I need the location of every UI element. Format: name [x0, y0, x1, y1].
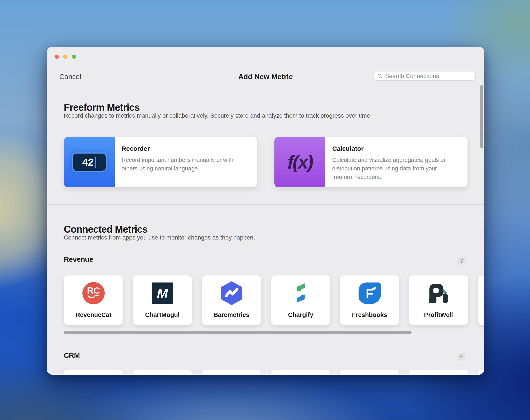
app-card-chargify[interactable]: Chargify: [271, 275, 330, 325]
app-card-partial[interactable]: [478, 370, 484, 375]
app-card-partial[interactable]: [478, 275, 484, 325]
app-label: Freshbooks: [340, 311, 399, 318]
recorder-icon-value: 42: [82, 156, 94, 168]
zoom-window-button[interactable]: [72, 55, 76, 59]
app-label: RevenueCat: [64, 311, 123, 318]
crm-count-badge: 9: [457, 353, 465, 361]
app-label: ChartMogul: [133, 311, 192, 318]
minimize-window-button[interactable]: [63, 55, 67, 59]
vertical-scrollbar[interactable]: [480, 85, 483, 148]
app-card-partial[interactable]: [64, 370, 123, 375]
category-label-revenue: Revenue: [64, 255, 93, 264]
calculator-card[interactable]: f(x) Calculator Calculate and visualize …: [274, 137, 468, 187]
app-card-partial[interactable]: [202, 370, 261, 375]
revenue-count-badge: 7: [458, 257, 466, 265]
connected-metrics-subheading: Connect metrics from apps you use to mon…: [64, 234, 255, 241]
app-card-partial[interactable]: [271, 370, 330, 375]
freeform-metrics-heading: Freeform Metrics: [64, 102, 140, 113]
close-window-button[interactable]: [55, 55, 59, 59]
profitwell-icon: [428, 282, 450, 304]
recorder-card[interactable]: 42 Recorder Record important numbers man…: [64, 137, 257, 187]
app-label: Chargify: [271, 311, 330, 318]
search-field[interactable]: [373, 72, 476, 81]
app-card-chartmogul[interactable]: M ChartMogul: [133, 275, 192, 325]
app-card-revenuecat[interactable]: RC RevenueCat: [64, 275, 123, 325]
chargify-icon: [294, 282, 307, 305]
recorder-title: Recorder: [122, 145, 150, 152]
app-card-profitwell[interactable]: ProfitWell: [409, 275, 468, 325]
category-label-crm: CRM: [64, 351, 80, 360]
app-card-partial[interactable]: [409, 370, 468, 375]
calculator-accent-panel: f(x): [274, 137, 325, 187]
recorder-42-icon: 42: [73, 154, 106, 171]
add-new-metric-window: Cancel Add New Metric Freeform Metrics R…: [47, 47, 484, 375]
freeform-metrics-subheading: Record changes to metrics manually or co…: [64, 112, 372, 119]
app-label: Baremetrics: [202, 311, 261, 318]
freshbooks-icon: F: [359, 282, 381, 304]
calculator-title: Calculator: [332, 145, 364, 152]
app-card-baremetrics[interactable]: Baremetrics: [202, 275, 261, 325]
calculator-description: Calculate and visualize aggregates, goal…: [332, 156, 456, 181]
horizontal-scrollbar[interactable]: [64, 331, 412, 334]
revenuecat-icon: RC: [82, 282, 105, 304]
baremetrics-icon: [220, 281, 244, 305]
recorder-description: Record important numbers manually or wit…: [122, 156, 246, 173]
search-icon: [377, 73, 383, 79]
app-card-partial[interactable]: [340, 370, 399, 375]
recorder-accent-panel: 42: [64, 137, 115, 187]
chartmogul-icon: M: [152, 282, 173, 304]
function-fx-icon: f(x): [287, 151, 312, 173]
app-label: ProfitWell: [409, 311, 468, 318]
search-input[interactable]: [385, 73, 472, 80]
section-divider: [47, 204, 484, 205]
app-card-partial[interactable]: [133, 370, 192, 375]
text-cursor-icon: [95, 156, 96, 168]
svg-text:RC: RC: [87, 285, 100, 295]
app-card-freshbooks[interactable]: F Freshbooks: [340, 275, 399, 325]
connected-metrics-heading: Connected Metrics: [64, 224, 147, 235]
